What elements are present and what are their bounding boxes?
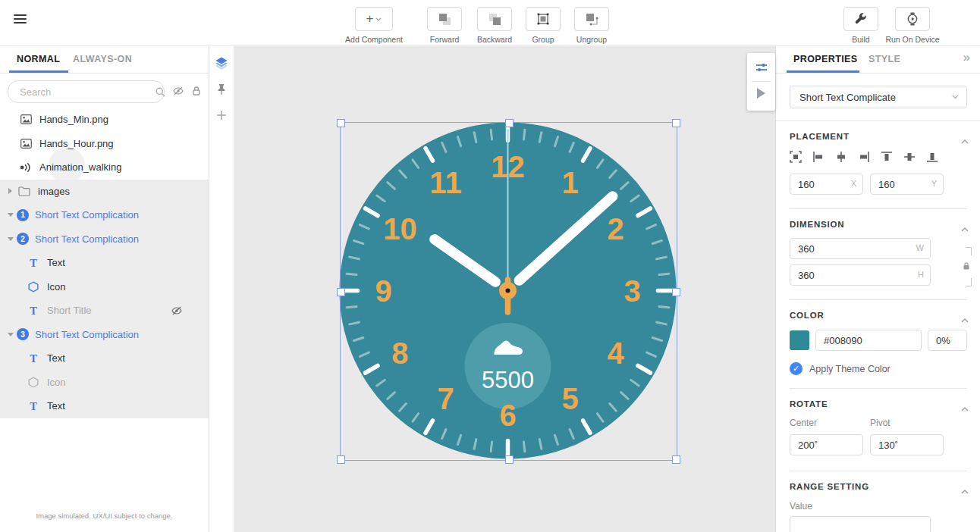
ungroup-button[interactable]: Ungroup [567,7,616,44]
collapse-section-icon[interactable] [961,312,969,326]
layer-row-icon[interactable]: Icon [0,371,209,395]
layer-label: Short Title [47,305,92,316]
hex-color-input[interactable] [815,330,922,351]
eye-off-icon[interactable] [171,305,183,317]
tab-style[interactable]: STYLE [868,54,900,64]
collapse-section-icon[interactable] [961,483,969,497]
text-layer-icon: T [26,305,41,317]
rotate-pivot-input[interactable] [870,434,944,455]
add-layer-icon[interactable] [209,109,234,121]
opacity-input[interactable] [928,330,967,351]
layer-label: Hands_Min.png [39,114,108,125]
layer-row-hands-hour-png[interactable]: Hands_Hour.png [0,132,209,156]
component-type-dropdown[interactable]: Short Text Complicate [790,86,967,108]
layer-label: Animation_walking [39,161,121,173]
layer-row-images[interactable]: images [0,180,209,204]
top-toolbar: + Add Component Forward Backward [0,0,980,46]
layers-panel: NORMAL ALWAYS-ON Hands_Min.pngHands_Hour… [0,45,209,532]
resize-handle-ne[interactable] [672,119,680,127]
layer-row-short-title[interactable]: TShort Title [0,299,209,323]
menu-icon[interactable] [14,14,27,24]
apply-theme-color-row[interactable]: ✓ Apply Theme Color [790,362,967,375]
disclosure-down-icon[interactable] [6,237,14,241]
layer-row-animation-walking[interactable]: Animation_walking [0,155,209,180]
range-value-label: Value [790,501,967,512]
complication-number-badge: 1 [17,209,29,221]
layer-row-short-text-complication[interactable]: 1Short Text Complication [0,203,209,227]
height-input[interactable] [790,264,931,286]
collapse-panel-icon[interactable]: » [963,50,970,65]
dimension-title: DIMENSION [790,220,967,229]
resize-handle-s[interactable] [505,455,514,464]
align-center-horizontal-icon[interactable] [835,151,847,163]
disclosure-right-icon[interactable] [6,188,14,194]
search-field[interactable] [8,80,165,103]
layer-row-hands-min-png[interactable]: Hands_Min.png [0,108,209,132]
layers-icon[interactable] [209,56,234,70]
layer-row-text[interactable]: TText [0,251,209,275]
play-icon[interactable] [747,88,775,99]
align-right-icon[interactable] [858,151,870,163]
ungroup-icon [585,12,598,26]
resize-handle-sw[interactable] [337,455,345,464]
add-component-label: Add Component [340,35,408,44]
pin-icon[interactable] [209,83,234,96]
align-center-parent-icon[interactable] [790,151,802,163]
backward-button[interactable]: Backward [470,7,519,44]
search-icon [155,86,166,98]
range-value-input[interactable] [790,516,931,532]
group-button[interactable]: Group [519,7,567,44]
selection-box[interactable] [340,122,677,461]
opacity-field [928,330,967,351]
aspect-lock-icon[interactable] [960,247,972,286]
width-input[interactable] [790,238,931,259]
resize-handle-se[interactable] [672,455,680,464]
layer-label: Icon [47,281,66,293]
resize-handle-n[interactable] [505,119,514,127]
collapse-section-icon[interactable] [961,133,969,147]
rotate-title: ROTATE [790,399,967,408]
resize-handle-w[interactable] [337,288,345,296]
alignment-toolbar [790,151,967,163]
hex-color-field [815,330,922,351]
collapse-section-icon[interactable] [961,221,969,235]
complication-number-badge: 3 [17,328,29,340]
resize-handle-e[interactable] [672,288,680,296]
align-top-icon[interactable] [881,151,893,163]
plus-icon: + [366,12,374,25]
checkbox-checked-icon[interactable]: ✓ [790,362,803,375]
divider [752,81,771,82]
tab-properties[interactable]: PROPERTIES [793,54,858,64]
complication-number-badge: 2 [17,233,29,245]
layer-row-text[interactable]: TText [0,346,209,371]
lock-all-icon[interactable] [191,86,202,96]
disclosure-down-icon[interactable] [6,333,14,336]
add-component-button[interactable]: + Add Component [340,7,408,44]
search-input[interactable] [18,86,155,99]
adjust-sliders-icon[interactable] [747,61,775,74]
layer-row-icon[interactable]: Icon [0,275,209,299]
apply-theme-color-label: Apply Theme Color [809,364,890,374]
align-middle-vertical-icon[interactable] [903,151,916,163]
align-bottom-icon[interactable] [926,151,938,163]
collapse-section-icon[interactable] [961,401,969,415]
tab-always-on[interactable]: ALWAYS-ON [73,54,132,64]
layer-row-short-text-complication[interactable]: 3Short Text Complication [0,323,209,347]
design-canvas[interactable]: 5500123456789101112 [234,45,775,532]
rotate-pivot-label: Pivot [870,418,890,428]
run-on-device-button[interactable]: Run On Device [884,7,941,44]
layer-row-short-text-complication[interactable]: 2Short Text Complication [0,227,209,252]
range-setting-section: RANGE SETTING Value [776,471,980,532]
align-left-icon[interactable] [812,151,825,163]
layer-row-text[interactable]: TText [0,394,209,418]
tab-normal[interactable]: NORMAL [17,54,60,64]
hide-all-icon[interactable] [172,85,184,97]
sidebar-tabs: NORMAL ALWAYS-ON [0,45,209,74]
build-button[interactable]: Build [840,7,881,44]
color-swatch[interactable] [790,330,809,350]
rotate-center-input[interactable] [790,434,863,455]
resize-handle-nw[interactable] [337,119,345,127]
disclosure-down-icon[interactable] [6,213,14,217]
width-field: W [790,238,931,259]
forward-button[interactable]: Forward [420,7,469,44]
